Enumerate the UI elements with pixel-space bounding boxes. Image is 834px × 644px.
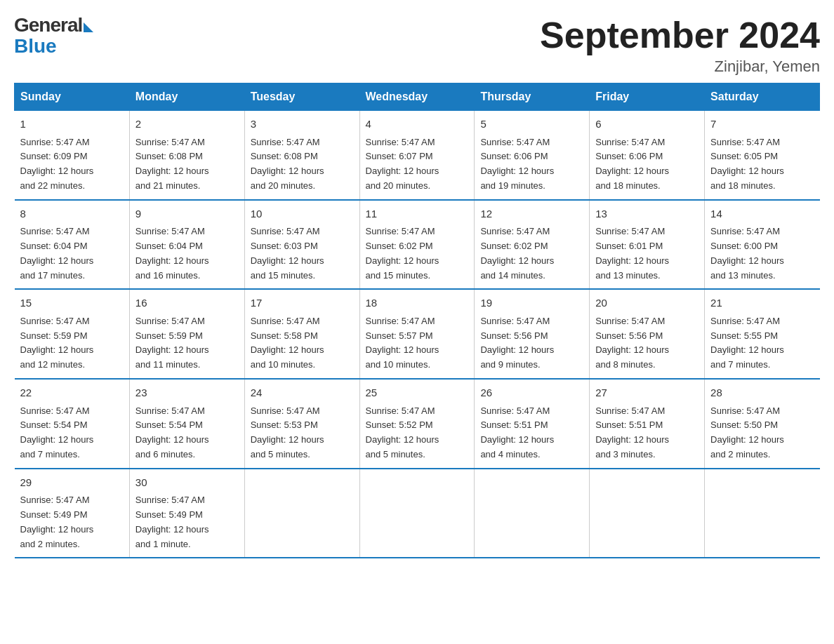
day-number: 16 bbox=[135, 295, 239, 311]
day-number: 17 bbox=[251, 295, 354, 311]
day-info: Sunrise: 5:47 AMSunset: 6:03 PMDaylight:… bbox=[251, 226, 324, 280]
calendar-header-row: SundayMondayTuesdayWednesdayThursdayFrid… bbox=[15, 83, 820, 111]
day-info: Sunrise: 5:47 AMSunset: 5:51 PMDaylight:… bbox=[595, 405, 669, 459]
calendar-cell: 1Sunrise: 5:47 AMSunset: 6:09 PMDaylight… bbox=[15, 111, 130, 200]
day-info: Sunrise: 5:47 AMSunset: 6:04 PMDaylight:… bbox=[135, 226, 209, 280]
calendar-week-row: 22Sunrise: 5:47 AMSunset: 5:54 PMDayligh… bbox=[15, 379, 820, 469]
day-number: 22 bbox=[20, 385, 124, 401]
day-info: Sunrise: 5:47 AMSunset: 5:56 PMDaylight:… bbox=[480, 316, 554, 370]
month-title: September 2024 bbox=[540, 14, 820, 56]
day-info: Sunrise: 5:47 AMSunset: 5:51 PMDaylight:… bbox=[480, 405, 554, 459]
calendar-cell: 22Sunrise: 5:47 AMSunset: 5:54 PMDayligh… bbox=[15, 379, 130, 469]
calendar-cell: 8Sunrise: 5:47 AMSunset: 6:04 PMDaylight… bbox=[15, 200, 130, 290]
calendar-cell: 25Sunrise: 5:47 AMSunset: 5:52 PMDayligh… bbox=[359, 379, 475, 469]
day-info: Sunrise: 5:47 AMSunset: 5:54 PMDaylight:… bbox=[20, 405, 94, 459]
day-info: Sunrise: 5:47 AMSunset: 6:05 PMDaylight:… bbox=[710, 137, 784, 191]
day-info: Sunrise: 5:47 AMSunset: 6:06 PMDaylight:… bbox=[480, 137, 554, 191]
day-info: Sunrise: 5:47 AMSunset: 6:02 PMDaylight:… bbox=[366, 226, 439, 280]
calendar-cell: 16Sunrise: 5:47 AMSunset: 5:59 PMDayligh… bbox=[129, 289, 244, 379]
day-number: 12 bbox=[480, 206, 583, 222]
calendar-header-saturday: Saturday bbox=[705, 83, 820, 111]
day-info: Sunrise: 5:47 AMSunset: 6:08 PMDaylight:… bbox=[251, 137, 324, 191]
day-number: 19 bbox=[480, 295, 583, 311]
calendar-week-row: 8Sunrise: 5:47 AMSunset: 6:04 PMDaylight… bbox=[15, 200, 820, 290]
calendar-header-sunday: Sunday bbox=[15, 83, 130, 111]
day-info: Sunrise: 5:47 AMSunset: 6:00 PMDaylight:… bbox=[710, 226, 784, 280]
day-info: Sunrise: 5:47 AMSunset: 6:04 PMDaylight:… bbox=[20, 226, 94, 280]
calendar-cell bbox=[359, 469, 475, 558]
day-info: Sunrise: 5:47 AMSunset: 5:49 PMDaylight:… bbox=[20, 495, 94, 549]
day-number: 11 bbox=[366, 206, 469, 222]
calendar-cell: 26Sunrise: 5:47 AMSunset: 5:51 PMDayligh… bbox=[475, 379, 590, 469]
day-number: 24 bbox=[251, 385, 354, 401]
calendar-cell: 23Sunrise: 5:47 AMSunset: 5:54 PMDayligh… bbox=[129, 379, 244, 469]
day-number: 27 bbox=[595, 385, 699, 401]
title-section: September 2024 Zinjibar, Yemen bbox=[540, 14, 820, 76]
calendar-cell: 15Sunrise: 5:47 AMSunset: 5:59 PMDayligh… bbox=[15, 289, 130, 379]
logo-general-text: General bbox=[14, 14, 82, 36]
logo-arrow-icon bbox=[84, 22, 93, 32]
day-number: 14 bbox=[710, 206, 814, 222]
calendar-cell bbox=[244, 469, 359, 558]
location-text: Zinjibar, Yemen bbox=[540, 58, 820, 76]
calendar-cell bbox=[590, 469, 705, 558]
calendar-header-thursday: Thursday bbox=[475, 83, 590, 111]
calendar-cell: 20Sunrise: 5:47 AMSunset: 5:56 PMDayligh… bbox=[590, 289, 705, 379]
day-info: Sunrise: 5:47 AMSunset: 5:52 PMDaylight:… bbox=[366, 405, 439, 459]
calendar-week-row: 15Sunrise: 5:47 AMSunset: 5:59 PMDayligh… bbox=[15, 289, 820, 379]
calendar-cell: 13Sunrise: 5:47 AMSunset: 6:01 PMDayligh… bbox=[590, 200, 705, 290]
logo-blue-text: Blue bbox=[14, 35, 57, 58]
calendar-cell: 7Sunrise: 5:47 AMSunset: 6:05 PMDaylight… bbox=[705, 111, 820, 200]
calendar-header-friday: Friday bbox=[590, 83, 705, 111]
calendar-cell: 12Sunrise: 5:47 AMSunset: 6:02 PMDayligh… bbox=[475, 200, 590, 290]
calendar-cell: 21Sunrise: 5:47 AMSunset: 5:55 PMDayligh… bbox=[705, 289, 820, 379]
day-info: Sunrise: 5:47 AMSunset: 6:07 PMDaylight:… bbox=[366, 137, 439, 191]
day-info: Sunrise: 5:47 AMSunset: 6:02 PMDaylight:… bbox=[480, 226, 554, 280]
day-number: 4 bbox=[366, 116, 469, 133]
calendar-cell: 6Sunrise: 5:47 AMSunset: 6:06 PMDaylight… bbox=[590, 111, 705, 200]
calendar-cell: 29Sunrise: 5:47 AMSunset: 5:49 PMDayligh… bbox=[15, 469, 130, 558]
day-number: 21 bbox=[710, 295, 814, 311]
calendar-cell: 30Sunrise: 5:47 AMSunset: 5:49 PMDayligh… bbox=[129, 469, 244, 558]
calendar-cell: 14Sunrise: 5:47 AMSunset: 6:00 PMDayligh… bbox=[705, 200, 820, 290]
day-info: Sunrise: 5:47 AMSunset: 5:56 PMDaylight:… bbox=[595, 316, 669, 370]
day-number: 30 bbox=[135, 475, 239, 491]
calendar-cell: 17Sunrise: 5:47 AMSunset: 5:58 PMDayligh… bbox=[244, 289, 359, 379]
day-number: 8 bbox=[20, 206, 124, 222]
day-info: Sunrise: 5:47 AMSunset: 5:55 PMDaylight:… bbox=[710, 316, 784, 370]
day-info: Sunrise: 5:47 AMSunset: 6:08 PMDaylight:… bbox=[135, 137, 209, 191]
calendar-cell: 28Sunrise: 5:47 AMSunset: 5:50 PMDayligh… bbox=[705, 379, 820, 469]
day-number: 29 bbox=[20, 475, 124, 491]
calendar-header-wednesday: Wednesday bbox=[359, 83, 475, 111]
day-number: 18 bbox=[366, 295, 469, 311]
day-info: Sunrise: 5:47 AMSunset: 6:01 PMDaylight:… bbox=[595, 226, 669, 280]
day-info: Sunrise: 5:47 AMSunset: 5:59 PMDaylight:… bbox=[135, 316, 209, 370]
day-number: 1 bbox=[20, 116, 124, 133]
calendar-cell: 19Sunrise: 5:47 AMSunset: 5:56 PMDayligh… bbox=[475, 289, 590, 379]
day-info: Sunrise: 5:47 AMSunset: 5:54 PMDaylight:… bbox=[135, 405, 209, 459]
day-number: 25 bbox=[366, 385, 469, 401]
calendar-week-row: 1Sunrise: 5:47 AMSunset: 6:09 PMDaylight… bbox=[15, 111, 820, 200]
day-number: 9 bbox=[135, 206, 239, 222]
day-number: 3 bbox=[251, 116, 354, 133]
calendar-cell bbox=[705, 469, 820, 558]
day-info: Sunrise: 5:47 AMSunset: 5:59 PMDaylight:… bbox=[20, 316, 94, 370]
calendar-header-tuesday: Tuesday bbox=[244, 83, 359, 111]
calendar-cell: 3Sunrise: 5:47 AMSunset: 6:08 PMDaylight… bbox=[244, 111, 359, 200]
calendar-cell: 24Sunrise: 5:47 AMSunset: 5:53 PMDayligh… bbox=[244, 379, 359, 469]
day-number: 2 bbox=[135, 116, 239, 133]
day-number: 6 bbox=[595, 116, 699, 133]
calendar-table: SundayMondayTuesdayWednesdayThursdayFrid… bbox=[14, 83, 820, 558]
page-header: General Blue September 2024 Zinjibar, Ye… bbox=[14, 14, 820, 76]
day-number: 10 bbox=[251, 206, 354, 222]
calendar-cell: 10Sunrise: 5:47 AMSunset: 6:03 PMDayligh… bbox=[244, 200, 359, 290]
day-number: 13 bbox=[595, 206, 699, 222]
day-number: 26 bbox=[480, 385, 583, 401]
day-number: 28 bbox=[710, 385, 814, 401]
day-info: Sunrise: 5:47 AMSunset: 5:53 PMDaylight:… bbox=[251, 405, 324, 459]
day-info: Sunrise: 5:47 AMSunset: 5:58 PMDaylight:… bbox=[251, 316, 324, 370]
day-info: Sunrise: 5:47 AMSunset: 5:50 PMDaylight:… bbox=[710, 405, 784, 459]
calendar-cell: 9Sunrise: 5:47 AMSunset: 6:04 PMDaylight… bbox=[129, 200, 244, 290]
calendar-cell: 4Sunrise: 5:47 AMSunset: 6:07 PMDaylight… bbox=[359, 111, 475, 200]
day-info: Sunrise: 5:47 AMSunset: 6:09 PMDaylight:… bbox=[20, 137, 94, 191]
